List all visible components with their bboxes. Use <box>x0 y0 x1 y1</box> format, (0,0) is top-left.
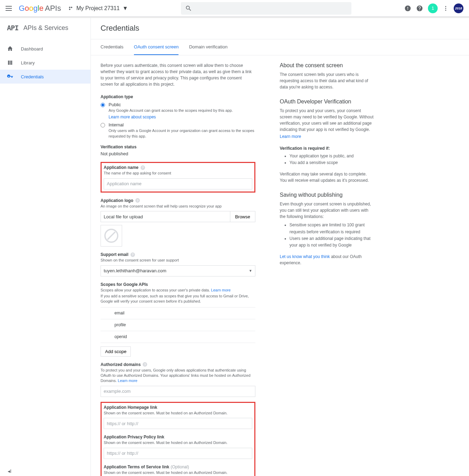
oauth-text: To protect you and your users, your cons… <box>280 108 374 133</box>
google-apis-logo: GoogleAPIs <box>19 4 61 13</box>
svg-point-4 <box>445 8 446 9</box>
sidebar-item-credentials[interactable]: Credentials <box>0 70 90 84</box>
auth-domains-desc: To protect you and your users, Google on… <box>101 368 255 384</box>
add-scope-button[interactable]: Add scope <box>101 346 131 357</box>
chevron-down-icon: ▼ <box>249 269 252 273</box>
svg-point-3 <box>445 6 446 7</box>
auth-domains-label: Authorized domains? <box>101 362 255 367</box>
required-if-label: Verification is required if: <box>280 146 374 151</box>
privacy-link-label: Application Privacy Policy link <box>104 435 252 439</box>
svg-point-0 <box>69 7 71 8</box>
app-logo-label: Application logo? <box>101 198 255 203</box>
learn-more-scopes-link[interactable]: Learn more about scopes <box>109 115 156 119</box>
support-email-select[interactable]: tuyen.lethithanh@haravan.com ▼ <box>101 265 255 276</box>
radio-public[interactable] <box>101 103 105 107</box>
scope-list: email profile openid <box>101 307 255 343</box>
sidebar-header: API APIs & Services <box>0 24 90 32</box>
tab-credentials[interactable]: Credentials <box>101 39 124 55</box>
highlight-links-section: Application Homepage link Shown on the c… <box>101 402 255 476</box>
radio-internal-desc: Only users with a Google Account in your… <box>109 128 255 139</box>
dashboard-icon <box>7 46 13 52</box>
about-text: The consent screen tells your users who … <box>280 71 374 90</box>
search-input[interactable] <box>181 2 351 15</box>
api-icon: API <box>7 24 18 32</box>
scopes-label: Scopes for Google APIs <box>101 282 255 287</box>
svg-point-1 <box>71 7 72 8</box>
app-type-label: Application type <box>101 94 255 99</box>
help-icon[interactable]: ? <box>141 165 145 170</box>
verification-status-value: Not published <box>101 151 255 157</box>
svg-point-2 <box>69 8 71 10</box>
privacy-link-input[interactable] <box>104 448 252 459</box>
scope-row[interactable]: profile <box>101 319 255 331</box>
required-item: You add a sensitive scope <box>289 159 374 166</box>
no-image-icon <box>104 228 119 243</box>
tab-oauth-consent[interactable]: OAuth consent screen <box>134 39 179 55</box>
key-icon <box>7 73 13 80</box>
app-name-desc: The name of the app asking for consent <box>104 171 252 176</box>
tos-link-label: Application Terms of Service link(Option… <box>104 465 252 469</box>
help-icon[interactable] <box>416 5 423 12</box>
project-selector[interactable]: My Project 27311 ▼ <box>68 5 128 11</box>
svg-line-7 <box>108 232 115 240</box>
radio-internal-label: Internal <box>109 122 255 127</box>
oauth-learn-more-link[interactable]: Learn more <box>280 134 301 139</box>
account-avatar[interactable]: 2018 <box>454 3 463 13</box>
sidebar-item-label: Library <box>21 60 35 65</box>
support-email-label: Support email? <box>101 252 255 257</box>
highlight-app-name: Application name? The name of the app as… <box>101 162 255 192</box>
chevron-down-icon: ▼ <box>122 5 128 11</box>
required-item: Your application type is public, and <box>289 153 374 159</box>
sidebar-title: APIs & Services <box>23 24 68 32</box>
verification-days-text: Verification may take several days to co… <box>280 171 374 184</box>
sidebar-item-library[interactable]: Library <box>0 56 90 70</box>
alert-icon[interactable] <box>404 5 411 12</box>
svg-point-5 <box>445 9 446 10</box>
tos-link-desc: Shown on the consent screen. Must be hos… <box>104 470 252 475</box>
collapse-sidebar[interactable]: ◂I <box>8 468 11 474</box>
more-vert-icon[interactable] <box>443 5 449 11</box>
radio-public-label: Public <box>109 102 255 107</box>
oauth-heading: OAuth Developer Verification <box>280 99 374 105</box>
help-icon[interactable]: ? <box>130 252 135 257</box>
page-title: Credentials <box>101 24 459 33</box>
feedback-link[interactable]: Let us know what you think <box>280 254 330 259</box>
homepage-link-label: Application Homepage link <box>104 405 252 410</box>
scope-row[interactable]: email <box>101 307 255 319</box>
about-heading: About the consent screen <box>280 62 374 69</box>
project-name: My Project 27311 <box>76 5 120 11</box>
support-email-desc: Shown on the consent screen for user sup… <box>101 258 255 263</box>
scopes-learn-more-link[interactable]: Learn more <box>211 288 231 292</box>
saving-text: Even though your consent screen is unpub… <box>280 201 374 220</box>
library-icon <box>7 60 13 66</box>
radio-internal[interactable] <box>101 123 105 127</box>
sidebar-item-label: Credentials <box>21 74 44 79</box>
app-name-label: Application name? <box>104 165 252 170</box>
help-icon[interactable]: ? <box>135 198 140 203</box>
search-icon <box>185 5 192 12</box>
intro-text: Before your users authenticate, this con… <box>101 62 255 87</box>
homepage-link-input[interactable] <box>104 418 252 429</box>
support-email-value: tuyen.lethithanh@haravan.com <box>104 268 166 273</box>
saving-heading: Saving without publishing <box>280 192 374 198</box>
tab-domain-verification[interactable]: Domain verification <box>189 39 228 55</box>
auth-domain-input[interactable] <box>101 386 255 397</box>
logo-file-name: Local file for upload <box>101 211 230 222</box>
scopes-desc2: If you add a sensitive scope, such as sc… <box>101 294 255 304</box>
homepage-link-desc: Shown on the consent screen. Must be hos… <box>104 411 252 416</box>
notifications-badge[interactable]: 1 <box>428 3 438 13</box>
limitation-item: Sensitive scopes are limited to 100 gran… <box>289 222 374 235</box>
scopes-desc1: Scopes allow your application to access … <box>101 288 255 293</box>
browse-button[interactable]: Browse <box>230 211 255 222</box>
privacy-link-desc: Shown on the consent screen. Must be hos… <box>104 440 252 445</box>
feedback-text: Let us know what you think about our OAu… <box>280 253 374 266</box>
scope-row[interactable]: openid <box>101 331 255 343</box>
project-icon <box>68 6 73 11</box>
sidebar-item-dashboard[interactable]: Dashboard <box>0 42 90 56</box>
help-icon[interactable]: ? <box>143 362 147 367</box>
hamburger-menu[interactable] <box>6 4 14 13</box>
app-name-input[interactable] <box>104 178 252 189</box>
verification-status-label: Verification status <box>101 145 255 149</box>
logo-preview <box>101 225 122 247</box>
auth-domains-learn-link[interactable]: Learn more <box>118 379 137 383</box>
